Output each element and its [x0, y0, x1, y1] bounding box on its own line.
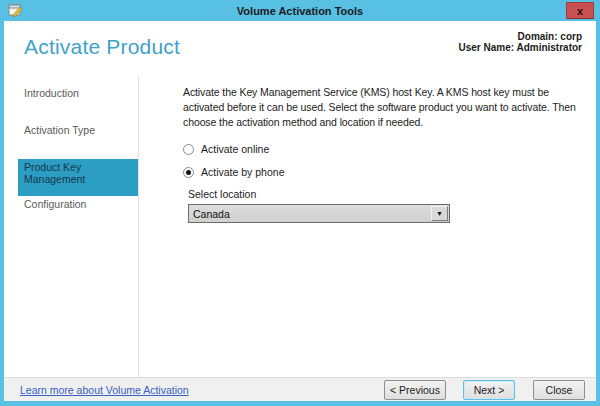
kms-description-text: Activate the Key Management Service (KMS… [183, 85, 587, 130]
chevron-down-icon: ▼ [436, 210, 443, 217]
domain-label: Domain: corp [458, 32, 582, 42]
sidebar-item-activation-type[interactable]: Activation Type [18, 122, 138, 159]
wizard-header: Activate Product Domain: corp User Name:… [4, 21, 596, 77]
sidebar-item-product-key-management[interactable]: Product Key Management [18, 159, 138, 196]
close-button[interactable]: x [566, 2, 594, 19]
radio-label: Activate online [201, 143, 269, 155]
sidebar-item-label: Configuration [24, 198, 86, 210]
select-location-label: Select location [188, 188, 596, 200]
wizard-content: Activate the Key Management Service (KMS… [139, 77, 596, 377]
radio-label: Activate by phone [201, 166, 284, 178]
sidebar-item-label: Introduction [24, 87, 79, 99]
close-dialog-button[interactable]: Close [533, 380, 585, 400]
wizard-footer: Learn more about Volume Activation < Pre… [4, 377, 596, 401]
user-name-label: User Name: Administrator [458, 43, 582, 53]
sidebar-item-label: Product Key Management [24, 161, 85, 185]
location-selected-value: Canada [189, 208, 230, 220]
radio-activate-online[interactable]: Activate online [183, 142, 596, 156]
learn-more-link[interactable]: Learn more about Volume Activation [20, 384, 189, 396]
volume-activation-tools-window: Volume Activation Tools x Activate Produ… [0, 0, 600, 406]
page-title: Activate Product [24, 35, 180, 59]
session-info: Domain: corp User Name: Administrator [458, 32, 582, 54]
wizard-steps-sidebar: Introduction Activation Type Product Key… [4, 77, 139, 377]
wizard-body: Introduction Activation Type Product Key… [4, 77, 596, 377]
sidebar-item-label: Activation Type [24, 124, 95, 136]
window-title: Volume Activation Tools [237, 5, 363, 17]
app-icon [8, 3, 23, 18]
sidebar-item-introduction[interactable]: Introduction [18, 85, 138, 122]
radio-activate-by-phone[interactable]: Activate by phone [183, 165, 596, 179]
activation-method-radio-group: Activate online Activate by phone [183, 142, 596, 179]
location-select[interactable]: Canada ▼ [188, 204, 450, 223]
title-bar: Volume Activation Tools x [0, 0, 600, 21]
dropdown-button[interactable]: ▼ [431, 206, 448, 221]
next-button[interactable]: Next > [463, 380, 515, 400]
radio-selected-icon [183, 167, 194, 178]
previous-button[interactable]: < Previous [384, 380, 446, 400]
sidebar-item-configuration[interactable]: Configuration [18, 196, 138, 233]
radio-unselected-icon [183, 144, 194, 155]
dialog-panel: Activate Product Domain: corp User Name:… [4, 21, 596, 401]
